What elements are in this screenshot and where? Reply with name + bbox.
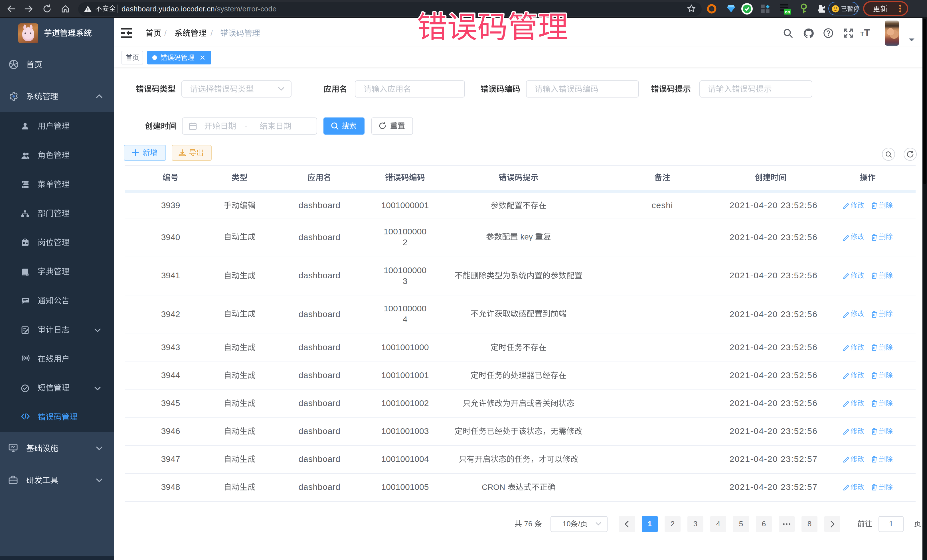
svg-text:on: on	[785, 9, 790, 14]
